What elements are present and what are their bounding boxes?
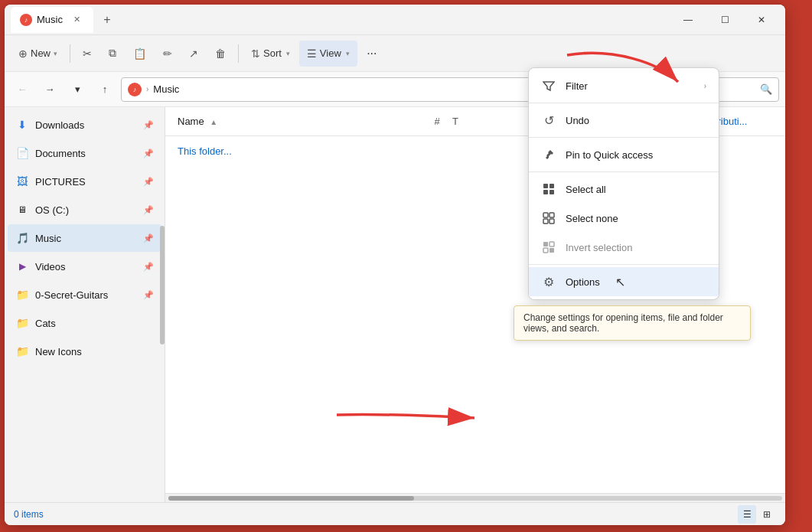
- pictures-icon: 🖼: [15, 175, 29, 188]
- address-path: Music: [153, 83, 582, 95]
- sidebar-downloads-label: Downloads: [35, 119, 137, 131]
- svg-rect-13: [549, 248, 554, 253]
- sort-icon: ⇅: [251, 47, 260, 60]
- menu-item-invert-selection[interactable]: Invert selection: [529, 233, 719, 262]
- sort-label: Sort: [263, 47, 282, 59]
- window-controls: — ☐ ✕: [670, 8, 779, 32]
- list-view-button[interactable]: ☰: [738, 505, 756, 524]
- sidebar-videos-label: Videos: [35, 261, 137, 273]
- details-view-button[interactable]: ⊞: [758, 505, 776, 524]
- svg-rect-8: [543, 219, 548, 224]
- svg-rect-6: [543, 213, 548, 217]
- sort-button[interactable]: ⇅ Sort ▾: [243, 41, 298, 67]
- tab-music-icon: ♪: [20, 14, 32, 26]
- scrollbar-track: [168, 496, 782, 501]
- view-toggle-icons: ☰ ⊞: [738, 505, 776, 524]
- view-label: View: [320, 47, 341, 59]
- svg-rect-2: [543, 184, 548, 188]
- share-button[interactable]: ↗: [181, 41, 206, 67]
- options-label: Options: [566, 276, 600, 288]
- select-none-icon: [541, 211, 556, 226]
- svg-rect-3: [549, 184, 554, 188]
- copy-icon: ⧉: [109, 47, 116, 60]
- search-icon[interactable]: 🔍: [760, 83, 772, 95]
- sidebar-cats-label: Cats: [35, 318, 154, 329]
- address-separator: ›: [146, 85, 148, 93]
- paste-icon: 📋: [133, 47, 146, 60]
- more-button[interactable]: ···: [359, 41, 385, 67]
- minimize-button[interactable]: —: [670, 8, 706, 32]
- svg-rect-4: [543, 190, 548, 194]
- back-button[interactable]: ←: [11, 78, 34, 101]
- tab-close-button[interactable]: ✕: [70, 13, 84, 27]
- sidebar-item-videos[interactable]: ▶ Videos 📌: [8, 253, 161, 280]
- status-items-count: 0 items: [14, 509, 738, 520]
- sidebar-item-osc[interactable]: 🖥 OS (C:) 📌: [8, 196, 161, 224]
- view-dropdown-icon: ▾: [346, 50, 350, 57]
- sidebar-item-downloads[interactable]: ⬇ Downloads 📌: [8, 111, 161, 139]
- sidebar-item-cats[interactable]: 📁 Cats: [8, 309, 161, 337]
- up-button[interactable]: ↑: [93, 78, 116, 101]
- horizontal-scrollbar[interactable]: [165, 493, 785, 502]
- documents-icon: 📄: [15, 146, 29, 160]
- rename-icon: ✏: [163, 47, 172, 60]
- invert-selection-label: Invert selection: [566, 242, 632, 253]
- new-button[interactable]: ⊕ New ▾: [11, 41, 65, 67]
- cats-icon: 📁: [15, 316, 29, 330]
- menu-divider-3: [529, 171, 719, 172]
- menu-item-select-all[interactable]: Select all: [529, 175, 719, 204]
- new-dropdown-icon: ▾: [54, 50, 57, 57]
- sidebar-item-music[interactable]: 🎵 Music 📌: [8, 224, 161, 252]
- new-label: New: [31, 47, 51, 59]
- sidebar-osc-label: OS (C:): [35, 204, 137, 216]
- cut-button[interactable]: ✂: [75, 41, 99, 67]
- column-name: Name ▲: [178, 116, 422, 127]
- sidebar-item-new-icons[interactable]: 📁 New Icons: [8, 338, 161, 365]
- undo-label: Undo: [566, 115, 589, 126]
- sidebar-new-icons-label: New Icons: [35, 346, 154, 357]
- sort-indicator-icon: ▲: [210, 118, 217, 126]
- select-all-icon: [541, 181, 556, 197]
- new-tab-button[interactable]: +: [96, 9, 118, 31]
- pin-quick-label: Pin to Quick access: [566, 149, 653, 161]
- cut-icon: ✂: [83, 47, 92, 60]
- rename-button[interactable]: ✏: [155, 41, 180, 67]
- filter-icon: [541, 78, 556, 93]
- svg-rect-9: [549, 219, 554, 224]
- svg-rect-7: [549, 213, 554, 217]
- status-bar: 0 items ☰ ⊞: [5, 502, 785, 525]
- delete-button[interactable]: 🗑: [207, 41, 233, 67]
- new-icons-icon: 📁: [15, 344, 29, 358]
- view-button[interactable]: ☰ View ▾: [299, 41, 357, 67]
- sidebar-item-secret-guitars[interactable]: 📁 0-Secret-Guitars 📌: [8, 281, 161, 308]
- forward-button[interactable]: →: [38, 78, 61, 101]
- options-tooltip: Change settings for opening items, file …: [514, 305, 751, 341]
- paste-button[interactable]: 📋: [126, 41, 154, 67]
- menu-item-options[interactable]: ⚙ Options ↖ Change settings for opening …: [529, 267, 719, 296]
- recent-button[interactable]: ▾: [66, 78, 89, 101]
- sidebar-pictures-label: PICTURES: [35, 176, 137, 188]
- svg-rect-5: [549, 190, 554, 194]
- osc-pin-icon: 📌: [143, 205, 154, 215]
- sidebar: ⬇ Downloads 📌 📄 Documents 📌 🖼 PICTURES 📌…: [5, 107, 165, 502]
- active-tab[interactable]: ♪ Music ✕: [11, 7, 93, 33]
- close-button[interactable]: ✕: [744, 8, 779, 32]
- secret-guitars-pin-icon: 📌: [143, 290, 154, 300]
- cursor-icon: ↖: [615, 275, 625, 289]
- maximize-button[interactable]: ☐: [707, 8, 742, 32]
- more-label: ···: [367, 47, 377, 60]
- sidebar-item-pictures[interactable]: 🖼 PICTURES 📌: [8, 168, 161, 195]
- menu-item-filter[interactable]: Filter ›: [529, 71, 719, 100]
- pictures-pin-icon: 📌: [143, 177, 154, 187]
- options-icon: ⚙: [541, 274, 556, 289]
- tooltip-text: Change settings for opening items, file …: [523, 312, 723, 334]
- menu-item-undo[interactable]: ↺ Undo: [529, 106, 719, 135]
- downloads-pin-icon: 📌: [143, 120, 154, 130]
- sidebar-item-documents[interactable]: 📄 Documents 📌: [8, 139, 161, 167]
- copy-button[interactable]: ⧉: [101, 41, 124, 67]
- tab-title: Music: [37, 14, 63, 25]
- menu-item-select-none[interactable]: Select none: [529, 204, 719, 233]
- sidebar-scrollbar[interactable]: [160, 107, 165, 502]
- menu-item-pin-quick[interactable]: Pin to Quick access: [529, 140, 719, 169]
- svg-rect-11: [549, 242, 554, 246]
